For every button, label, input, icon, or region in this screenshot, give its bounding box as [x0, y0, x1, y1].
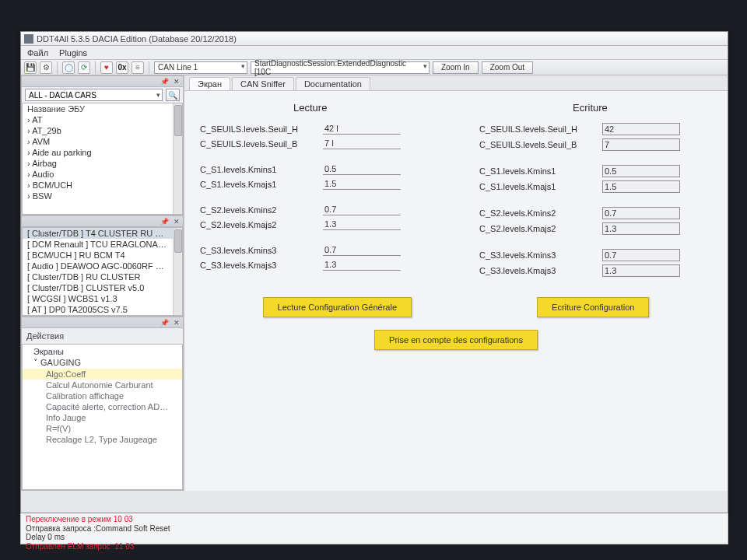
- field-label: C_S1.levels.Kmajs1: [479, 182, 596, 191]
- tab-screen[interactable]: Экран: [189, 77, 230, 90]
- ecu-item[interactable]: › AVM: [23, 136, 173, 147]
- pin-icon[interactable]: 📌: [160, 319, 169, 327]
- refresh-icon[interactable]: ⟳: [78, 61, 90, 74]
- ecriture-input[interactable]: [602, 180, 680, 193]
- pin-icon[interactable]: 📌: [160, 78, 169, 86]
- tab-can-sniffer[interactable]: CAN Sniffer: [232, 77, 294, 90]
- apply-config-button[interactable]: Prise en compte des configurations: [374, 330, 538, 350]
- tree-item[interactable]: R=f(V): [23, 423, 182, 434]
- ecu-list-header: Название ЭБУ: [23, 103, 173, 114]
- screens-tree[interactable]: Экраны ˅ GAUGING Algo:Coeff Calcul Auton…: [22, 344, 183, 490]
- ecriture-config-button[interactable]: Ecriture Configuration: [537, 297, 649, 317]
- tree-group[interactable]: ˅ GAUGING: [23, 357, 182, 369]
- ecu-item[interactable]: › AT_29b: [23, 125, 173, 136]
- ecriture-input[interactable]: [602, 249, 680, 261]
- pin-icon[interactable]: 📌: [160, 218, 169, 226]
- status-line: Delay 0 ms: [26, 533, 723, 542]
- ident-item[interactable]: [ BCM/UCH ] RU BCM T4: [23, 250, 173, 261]
- ecu-item[interactable]: › Audio: [23, 169, 173, 180]
- lecture-value: [323, 163, 401, 175]
- status-line: Отправка запроса :Command Soft Reset: [26, 524, 723, 534]
- actions-pane: 📌 ✕ Действия Экраны ˅ GAUGING Algo:Coeff…: [21, 317, 184, 491]
- ident-item[interactable]: [ Audio ] DEAWOO AGC-0060RF v2.0: [23, 261, 173, 271]
- field-label: C_S2.levels.Kmins2: [479, 208, 596, 218]
- ident-item[interactable]: [ DCM Renault ] TCU ERAGLONASS v3.4: [23, 239, 173, 250]
- scrollbar[interactable]: [173, 228, 182, 315]
- close-icon[interactable]: ✕: [174, 78, 180, 86]
- field-label: C_S1.levels.Kmajs1: [200, 180, 317, 189]
- hex-icon[interactable]: 0x: [116, 61, 128, 74]
- ident-item[interactable]: [ AT ] DP0 TA2005CS v7.5: [23, 304, 173, 315]
- ident-item[interactable]: [ WCGSI ] WCBS1 v1.3: [23, 293, 173, 304]
- ecu-filter-select[interactable]: ALL - DACIA CARS: [25, 89, 163, 101]
- ident-list[interactable]: [ Cluster/TDB ] T4 CLUSTER RU BR v3.5 [ …: [22, 227, 183, 316]
- lecture-value: [323, 244, 401, 256]
- field-label: C_S3.levels.Kmins3: [479, 250, 596, 260]
- toolbar: 💾 ⚙ ◯ ⟳ ♥ 0x ≡ CAN Line 1 StartDiagnosti…: [21, 60, 728, 75]
- field-label: C_S1.levels.Kmins1: [200, 165, 317, 174]
- app-icon: [24, 34, 33, 44]
- separator: [57, 61, 58, 74]
- lecture-column: Lecture C_SEUILS.levels.Seuil_H C_SEUILS…: [200, 102, 433, 280]
- ecu-item[interactable]: › AT: [23, 114, 173, 125]
- actions-title: Действия: [22, 328, 183, 344]
- close-icon[interactable]: ✕: [174, 218, 180, 226]
- heart-icon[interactable]: ♥: [100, 61, 113, 74]
- lecture-config-button[interactable]: Lecture Configuration Générale: [263, 297, 412, 317]
- lecture-value: [323, 123, 401, 135]
- ecriture-input[interactable]: [602, 264, 680, 277]
- tree-item[interactable]: Calibration affichage: [23, 390, 182, 401]
- ecriture-input[interactable]: [602, 222, 680, 235]
- menu-plugins[interactable]: Plugins: [59, 48, 87, 58]
- zoom-out-button[interactable]: Zoom Out: [482, 61, 533, 74]
- field-label: C_S3.levels.Kmajs3: [479, 266, 596, 275]
- tree-item[interactable]: Capacité alerte, correction AD…: [23, 401, 182, 412]
- ident-item[interactable]: [ Cluster/TDB ] T4 CLUSTER RU BR v3.5: [23, 228, 173, 239]
- tree-item[interactable]: Info Jauge: [23, 412, 182, 423]
- ecu-list[interactable]: Название ЭБУ › AT › AT_29b › AVM › Aide …: [22, 103, 183, 215]
- screen-page: Lecture C_SEUILS.levels.Seuil_H C_SEUILS…: [184, 91, 728, 491]
- ident-item[interactable]: [ Cluster/TDB ] RU CLUSTER: [23, 271, 173, 282]
- ecriture-input[interactable]: [602, 165, 680, 177]
- ecriture-input[interactable]: [602, 207, 680, 219]
- zoom-in-button[interactable]: Zoom In: [433, 61, 479, 74]
- ecriture-column: Ecriture C_SEUILS.levels.Seuil_H C_SEUIL…: [479, 102, 712, 280]
- field-label: C_SEUILS.levels.Seuil_H: [200, 124, 317, 134]
- separator: [95, 61, 96, 74]
- ecu-item[interactable]: › BCM/UCH: [23, 180, 173, 191]
- app-window: DDT4All 5.3.5 DACIA Edition (Database 20…: [20, 31, 728, 513]
- field-label: C_SEUILS.levels.Seuil_B: [479, 140, 596, 149]
- window-title: DDT4All 5.3.5 DACIA Edition (Database 20…: [37, 34, 237, 44]
- tab-documentation[interactable]: Documentation: [296, 77, 370, 90]
- menu-bar: Файл Plugins: [21, 46, 728, 60]
- tree-item[interactable]: Recalage L2, Type Jaugeage: [23, 434, 182, 445]
- tab-bar: Экран CAN Sniffer Documentation: [184, 75, 728, 91]
- connect-icon[interactable]: ◯: [62, 61, 75, 74]
- ecriture-input[interactable]: [602, 123, 680, 135]
- separator: [149, 61, 149, 74]
- field-label: C_S2.levels.Kmajs2: [479, 224, 596, 233]
- close-icon[interactable]: ✕: [174, 319, 180, 327]
- ident-item[interactable]: [ Cluster/TDB ] CLUSTER v5.0: [23, 282, 173, 293]
- session-select[interactable]: StartDiagnosticSession.ExtendedDiagnosti…: [251, 61, 430, 74]
- ecu-item[interactable]: › Airbag: [23, 158, 173, 169]
- ecu-item[interactable]: › BSW: [23, 191, 173, 201]
- lecture-value: [323, 178, 401, 190]
- field-label: C_S3.levels.Kmins3: [200, 246, 317, 255]
- ecriture-input[interactable]: [602, 138, 680, 151]
- status-line: Отправлен ELM запрос :11 03: [26, 542, 723, 551]
- search-icon[interactable]: 🔍: [166, 89, 180, 101]
- tree-item[interactable]: Algo:Coeff: [23, 369, 182, 380]
- scrollbar[interactable]: [173, 103, 182, 214]
- save-icon[interactable]: 💾: [24, 61, 37, 74]
- menu-file[interactable]: Файл: [27, 48, 48, 58]
- ecu-item[interactable]: › Aide au parking: [23, 147, 173, 158]
- field-label: C_S3.levels.Kmajs3: [200, 261, 317, 270]
- ident-pane: 📌 ✕ [ Cluster/TDB ] T4 CLUSTER RU BR v3.…: [21, 215, 184, 317]
- can-line-select[interactable]: CAN Line 1: [154, 61, 247, 74]
- lecture-value: [323, 259, 401, 271]
- list-icon[interactable]: ≡: [132, 61, 144, 74]
- tree-root[interactable]: Экраны: [23, 346, 182, 357]
- gear-icon[interactable]: ⚙: [40, 61, 52, 74]
- tree-item[interactable]: Calcul Autonomie Carburant: [23, 380, 182, 390]
